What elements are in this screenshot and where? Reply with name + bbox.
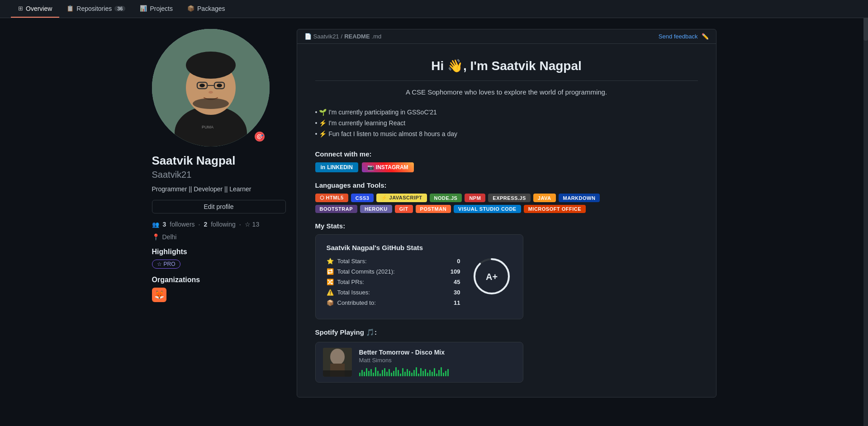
follow-stats: 👥 3 followers · 2 following · ☆ 13	[152, 221, 286, 228]
badge-css3[interactable]: CSS3	[351, 194, 374, 202]
linkedin-icon: in	[321, 164, 326, 170]
linkedin-badge[interactable]: in LINKEDIN	[315, 162, 358, 172]
profile-username: Saatvik21	[152, 170, 286, 180]
readme-subtitle: A CSE Sophomore who loves to explore the…	[315, 88, 698, 96]
badge-git[interactable]: GIT	[395, 205, 413, 213]
badge-postman[interactable]: POSTMAN	[416, 205, 451, 213]
svg-text:PUMA: PUMA	[202, 125, 213, 129]
pro-badge: ☆ PRO	[152, 260, 180, 269]
avatar-container: PUMA 🎯	[152, 29, 270, 147]
languages-section: Languages and Tools: ⬡ HTML5 CSS3 ⚡ JAVA…	[315, 181, 698, 213]
bar-10	[379, 374, 381, 376]
star-count: ☆ 13	[245, 221, 260, 228]
bar-28	[420, 368, 422, 376]
bar-5	[368, 371, 370, 376]
avatar: PUMA	[152, 29, 270, 147]
readme-icon: 📄	[304, 33, 312, 40]
tab-projects-label: Projects	[150, 5, 173, 12]
badge-express[interactable]: EXPRESS.JS	[488, 194, 530, 202]
star-small-icon: ☆	[157, 261, 162, 267]
stats-section: My Stats: Saatvik Nagpal's GitHub Stats …	[315, 222, 698, 319]
star-icon: ☆	[245, 221, 251, 228]
location-text: Delhi	[162, 233, 177, 241]
badge-heroku[interactable]: HEROKU	[360, 205, 392, 213]
bar-13	[386, 372, 388, 376]
badge-npm[interactable]: NPM	[465, 194, 485, 202]
badge-bootstrap[interactable]: BOOTSTRAP	[315, 205, 358, 213]
badge-java[interactable]: JAVA	[533, 194, 556, 202]
top-nav: ⊞ Overview 📋 Repositories 36 📊 Projects …	[0, 0, 868, 18]
org-icon[interactable]: 🦊	[152, 288, 166, 302]
stats-card: Saatvik Nagpal's GitHub Stats ⭐ Total St…	[315, 234, 523, 319]
connect-section: Connect with me: in LINKEDIN 📷 INSTAGRAM	[315, 150, 698, 172]
bar-8	[375, 367, 376, 376]
bar-22	[407, 369, 408, 376]
stat-row-contributed: 📦 Contributed to: 11	[327, 299, 460, 306]
contributed-value: 11	[454, 299, 460, 306]
prs-icon: 🔀	[327, 279, 334, 285]
following-count[interactable]: 2	[204, 221, 207, 228]
prs-value: 45	[454, 279, 460, 285]
readme-bullet-0: 🌱 I'm currently participating in GSSoC'2…	[315, 107, 698, 118]
bar-34	[434, 368, 435, 376]
spotify-thumbnail	[323, 348, 352, 377]
badge-msoffice[interactable]: MICROSOFT OFFICE	[524, 205, 586, 213]
instagram-badge[interactable]: 📷 INSTAGRAM	[362, 162, 414, 172]
bar-19	[400, 374, 401, 376]
commits-value: 109	[451, 268, 460, 275]
tab-repositories[interactable]: 📋 Repositories 36	[59, 0, 133, 18]
instagram-icon: 📷	[367, 164, 374, 170]
tab-overview[interactable]: ⊞ Overview	[11, 0, 59, 18]
avatar-badge: 🎯	[253, 130, 266, 143]
spotify-artist: Matt Simons	[359, 357, 516, 364]
svg-point-12	[193, 98, 229, 109]
feedback-link[interactable]: Send feedback	[659, 33, 698, 40]
readme-path-sep: /	[341, 33, 343, 40]
spotify-card: Better Tomorrow - Disco Mix Matt Simons	[315, 342, 523, 383]
svg-point-10	[217, 84, 222, 87]
followers-label: followers	[170, 221, 194, 228]
tool-badges: BOOTSTRAP HEROKU GIT POSTMAN VISUAL STUD…	[315, 205, 698, 213]
followers-count[interactable]: 3	[163, 221, 166, 228]
follow-separator: ·	[199, 221, 200, 228]
tab-projects[interactable]: 📊 Projects	[133, 0, 180, 18]
bar-35	[436, 374, 437, 376]
svg-text:A+: A+	[485, 272, 497, 282]
bar-38	[443, 373, 444, 376]
highlights-title: Highlights	[152, 248, 286, 256]
bar-17	[395, 367, 397, 376]
bar-27	[418, 374, 419, 376]
bar-18	[398, 370, 399, 376]
bar-16	[393, 371, 394, 376]
profile-bio: Programmer || Developer || Learner	[152, 185, 286, 193]
tab-repositories-label: Repositories	[76, 5, 112, 12]
highlights-section: Highlights ☆ PRO	[152, 248, 286, 269]
nav-tabs: ⊞ Overview 📋 Repositories 36 📊 Projects …	[11, 0, 232, 18]
bar-25	[413, 370, 415, 376]
tab-overview-label: Overview	[26, 5, 52, 12]
readme-box: 📄 Saatvik21 / README .md Send feedback ✏…	[297, 29, 716, 398]
stat-row-commits: 🔁 Total Commits (2021): 109	[327, 268, 460, 275]
scrollbar[interactable]	[863, 0, 868, 426]
badge-nodejs[interactable]: NODE.JS	[430, 194, 462, 202]
pro-label: PRO	[164, 261, 175, 267]
readme-bullet-2: ⚡ Fun fact I listen to music almost 8 ho…	[315, 128, 698, 139]
connect-title: Connect with me:	[315, 150, 698, 158]
svg-point-9	[199, 84, 205, 87]
edit-icon[interactable]: ✏️	[702, 33, 709, 40]
edit-profile-button[interactable]: Edit profile	[152, 200, 286, 213]
badge-javascript[interactable]: ⚡ JAVASCRIPT	[376, 194, 427, 202]
tab-packages[interactable]: 📦 Packages	[180, 0, 232, 18]
readme-path-user[interactable]: Saatvik21	[313, 33, 339, 40]
badge-html5[interactable]: ⬡ HTML5	[315, 194, 348, 202]
organizations-title: Organizations	[152, 276, 286, 284]
badge-vscode[interactable]: VISUAL STUDIO CODE	[454, 205, 521, 213]
badge-markdown[interactable]: MARKDOWN	[559, 194, 600, 202]
linkedin-label: LINKEDIN	[327, 164, 353, 170]
stars-label: Total Stars:	[337, 258, 454, 265]
content-area: 📄 Saatvik21 / README .md Send feedback ✏…	[297, 29, 716, 398]
stats-title: My Stats:	[315, 222, 698, 230]
packages-icon: 📦	[187, 5, 194, 12]
star-stat-icon: ⭐	[327, 258, 334, 265]
tab-packages-label: Packages	[197, 5, 225, 12]
